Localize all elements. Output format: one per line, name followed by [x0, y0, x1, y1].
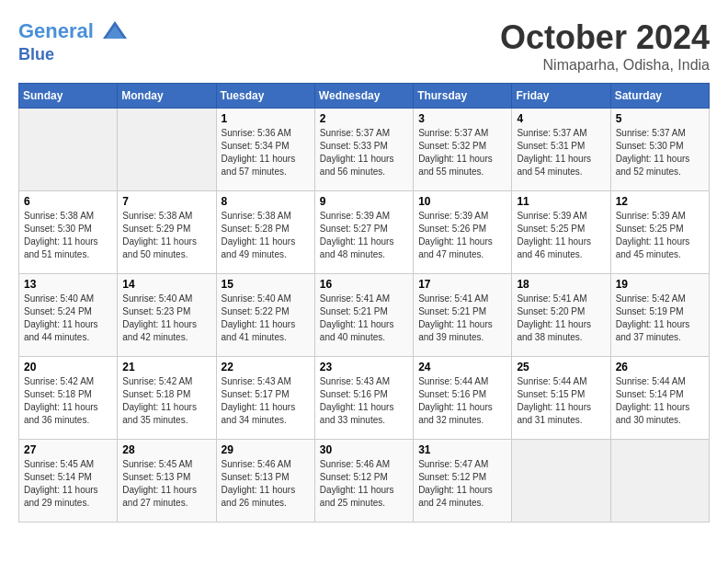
calendar-cell: 23Sunrise: 5:43 AM Sunset: 5:16 PM Dayli…: [314, 357, 413, 440]
calendar-cell: 27Sunrise: 5:45 AM Sunset: 5:14 PM Dayli…: [19, 440, 118, 523]
day-number: 12: [616, 195, 704, 208]
day-info: Sunrise: 5:44 AM Sunset: 5:16 PM Dayligh…: [418, 375, 506, 427]
day-number: 19: [616, 278, 704, 291]
column-header-friday: Friday: [512, 84, 610, 109]
location: Nimaparha, Odisha, India: [500, 57, 710, 74]
week-row-3: 13Sunrise: 5:40 AM Sunset: 5:24 PM Dayli…: [19, 274, 710, 357]
day-number: 5: [616, 112, 704, 125]
calendar-cell: 2Sunrise: 5:37 AM Sunset: 5:33 PM Daylig…: [314, 109, 413, 191]
column-header-saturday: Saturday: [610, 84, 709, 109]
calendar-cell: 21Sunrise: 5:42 AM Sunset: 5:18 PM Dayli…: [118, 357, 216, 440]
day-number: 29: [222, 443, 310, 456]
calendar-cell: 12Sunrise: 5:39 AM Sunset: 5:25 PM Dayli…: [610, 191, 709, 274]
day-info: Sunrise: 5:38 AM Sunset: 5:29 PM Dayligh…: [122, 210, 210, 261]
day-info: Sunrise: 5:39 AM Sunset: 5:27 PM Dayligh…: [320, 210, 408, 261]
day-info: Sunrise: 5:39 AM Sunset: 5:25 PM Dayligh…: [616, 210, 704, 261]
calendar-cell: [512, 440, 610, 523]
calendar-cell: 28Sunrise: 5:45 AM Sunset: 5:13 PM Dayli…: [118, 440, 216, 523]
day-number: 25: [517, 361, 605, 373]
calendar-cell: 31Sunrise: 5:47 AM Sunset: 5:12 PM Dayli…: [414, 440, 512, 523]
calendar-cell: 14Sunrise: 5:40 AM Sunset: 5:23 PM Dayli…: [118, 274, 216, 357]
calendar-cell: 29Sunrise: 5:46 AM Sunset: 5:13 PM Dayli…: [216, 440, 314, 523]
day-info: Sunrise: 5:43 AM Sunset: 5:17 PM Dayligh…: [222, 375, 310, 427]
day-number: 2: [320, 112, 408, 125]
week-row-5: 27Sunrise: 5:45 AM Sunset: 5:14 PM Dayli…: [19, 440, 710, 523]
day-info: Sunrise: 5:37 AM Sunset: 5:30 PM Dayligh…: [616, 127, 704, 178]
day-info: Sunrise: 5:38 AM Sunset: 5:28 PM Dayligh…: [222, 210, 310, 261]
day-info: Sunrise: 5:44 AM Sunset: 5:15 PM Dayligh…: [517, 375, 605, 427]
calendar-cell: 1Sunrise: 5:36 AM Sunset: 5:34 PM Daylig…: [216, 109, 314, 191]
day-number: 31: [418, 443, 506, 456]
column-header-sunday: Sunday: [19, 84, 118, 109]
calendar-cell: 20Sunrise: 5:42 AM Sunset: 5:18 PM Dayli…: [19, 357, 118, 440]
day-number: 28: [122, 443, 210, 456]
day-number: 11: [517, 195, 605, 208]
week-row-4: 20Sunrise: 5:42 AM Sunset: 5:18 PM Dayli…: [19, 357, 710, 440]
day-info: Sunrise: 5:36 AM Sunset: 5:34 PM Dayligh…: [222, 127, 310, 178]
logo-text: General: [18, 18, 129, 46]
day-number: 14: [122, 278, 210, 291]
calendar-cell: 19Sunrise: 5:42 AM Sunset: 5:19 PM Dayli…: [610, 274, 709, 357]
day-info: Sunrise: 5:42 AM Sunset: 5:18 PM Dayligh…: [24, 375, 112, 427]
day-number: 15: [222, 278, 310, 291]
day-info: Sunrise: 5:44 AM Sunset: 5:14 PM Dayligh…: [616, 375, 704, 427]
day-number: 22: [222, 361, 310, 373]
day-number: 6: [24, 195, 112, 208]
day-info: Sunrise: 5:39 AM Sunset: 5:26 PM Dayligh…: [418, 210, 506, 261]
calendar-cell: 5Sunrise: 5:37 AM Sunset: 5:30 PM Daylig…: [610, 109, 709, 191]
day-number: 18: [517, 278, 605, 291]
column-header-monday: Monday: [118, 84, 216, 109]
calendar-cell: 25Sunrise: 5:44 AM Sunset: 5:15 PM Dayli…: [512, 357, 610, 440]
calendar-cell: 30Sunrise: 5:46 AM Sunset: 5:12 PM Dayli…: [314, 440, 413, 523]
day-info: Sunrise: 5:37 AM Sunset: 5:33 PM Dayligh…: [320, 127, 408, 178]
page-header: General Blue October 2024 Nimaparha, Odi…: [18, 18, 710, 74]
day-number: 17: [418, 278, 506, 291]
calendar-cell: 4Sunrise: 5:37 AM Sunset: 5:31 PM Daylig…: [512, 109, 610, 191]
day-info: Sunrise: 5:41 AM Sunset: 5:21 PM Dayligh…: [320, 293, 408, 344]
day-info: Sunrise: 5:40 AM Sunset: 5:22 PM Dayligh…: [222, 293, 310, 344]
week-row-2: 6Sunrise: 5:38 AM Sunset: 5:30 PM Daylig…: [19, 191, 710, 274]
day-number: 26: [616, 361, 704, 373]
day-info: Sunrise: 5:46 AM Sunset: 5:12 PM Dayligh…: [320, 458, 408, 510]
day-info: Sunrise: 5:39 AM Sunset: 5:25 PM Dayligh…: [517, 210, 605, 261]
column-header-tuesday: Tuesday: [216, 84, 314, 109]
calendar-cell: 3Sunrise: 5:37 AM Sunset: 5:32 PM Daylig…: [414, 109, 512, 191]
day-number: 23: [320, 361, 408, 373]
day-number: 20: [24, 361, 112, 373]
day-info: Sunrise: 5:43 AM Sunset: 5:16 PM Dayligh…: [320, 375, 408, 427]
day-number: 30: [320, 443, 408, 456]
day-number: 16: [320, 278, 408, 291]
calendar-cell: 10Sunrise: 5:39 AM Sunset: 5:26 PM Dayli…: [414, 191, 512, 274]
calendar-cell: [118, 109, 216, 191]
day-number: 13: [24, 278, 112, 291]
day-info: Sunrise: 5:42 AM Sunset: 5:19 PM Dayligh…: [616, 293, 704, 344]
day-info: Sunrise: 5:38 AM Sunset: 5:30 PM Dayligh…: [24, 210, 112, 261]
day-info: Sunrise: 5:37 AM Sunset: 5:31 PM Dayligh…: [517, 127, 605, 178]
calendar-cell: 22Sunrise: 5:43 AM Sunset: 5:17 PM Dayli…: [216, 357, 314, 440]
day-number: 24: [418, 361, 506, 373]
day-number: 1: [222, 112, 310, 125]
day-number: 4: [517, 112, 605, 125]
calendar-cell: 7Sunrise: 5:38 AM Sunset: 5:29 PM Daylig…: [118, 191, 216, 274]
day-info: Sunrise: 5:41 AM Sunset: 5:21 PM Dayligh…: [418, 293, 506, 344]
column-header-wednesday: Wednesday: [314, 84, 413, 109]
day-number: 7: [122, 195, 210, 208]
day-info: Sunrise: 5:40 AM Sunset: 5:23 PM Dayligh…: [122, 293, 210, 344]
calendar-cell: 11Sunrise: 5:39 AM Sunset: 5:25 PM Dayli…: [512, 191, 610, 274]
calendar-cell: 17Sunrise: 5:41 AM Sunset: 5:21 PM Dayli…: [414, 274, 512, 357]
calendar-cell: [610, 440, 709, 523]
calendar-cell: 6Sunrise: 5:38 AM Sunset: 5:30 PM Daylig…: [19, 191, 118, 274]
day-number: 9: [320, 195, 408, 208]
day-info: Sunrise: 5:45 AM Sunset: 5:14 PM Dayligh…: [24, 458, 112, 510]
day-number: 10: [418, 195, 506, 208]
day-number: 21: [122, 361, 210, 373]
calendar-cell: 16Sunrise: 5:41 AM Sunset: 5:21 PM Dayli…: [314, 274, 413, 357]
calendar-header-row: SundayMondayTuesdayWednesdayThursdayFrid…: [19, 84, 710, 109]
calendar-table: SundayMondayTuesdayWednesdayThursdayFrid…: [18, 83, 710, 523]
day-info: Sunrise: 5:47 AM Sunset: 5:12 PM Dayligh…: [418, 458, 506, 510]
logo-subtext: Blue: [18, 46, 129, 64]
column-header-thursday: Thursday: [414, 84, 512, 109]
day-number: 8: [222, 195, 310, 208]
week-row-1: 1Sunrise: 5:36 AM Sunset: 5:34 PM Daylig…: [19, 109, 710, 191]
calendar-cell: 13Sunrise: 5:40 AM Sunset: 5:24 PM Dayli…: [19, 274, 118, 357]
